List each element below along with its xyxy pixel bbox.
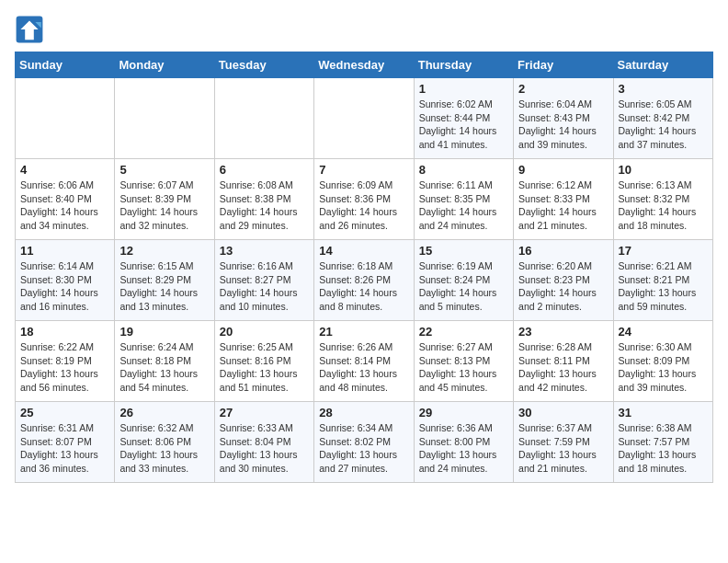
day-info: Sunrise: 6:28 AM Sunset: 8:11 PM Dayligh… [518, 340, 608, 395]
day-number: 9 [518, 163, 608, 177]
day-info: Sunrise: 6:25 AM Sunset: 8:16 PM Dayligh… [220, 340, 309, 395]
day-number: 13 [220, 244, 309, 258]
day-info: Sunrise: 6:34 AM Sunset: 8:02 PM Dayligh… [319, 421, 408, 476]
day-header-friday: Friday [514, 52, 613, 78]
day-info: Sunrise: 6:22 AM Sunset: 8:19 PM Dayligh… [20, 340, 109, 395]
day-number: 5 [119, 163, 209, 177]
day-cell: 9Sunrise: 6:12 AM Sunset: 8:33 PM Daylig… [514, 159, 613, 240]
week-row-1: 1Sunrise: 6:02 AM Sunset: 8:44 PM Daylig… [16, 78, 713, 159]
day-number: 26 [119, 406, 209, 419]
day-number: 22 [419, 325, 508, 339]
day-number: 11 [20, 244, 109, 258]
day-number: 21 [319, 325, 408, 339]
day-info: Sunrise: 6:08 AM Sunset: 8:38 PM Dayligh… [220, 178, 309, 233]
day-header-tuesday: Tuesday [214, 52, 313, 78]
day-number: 31 [619, 406, 708, 419]
day-info: Sunrise: 6:14 AM Sunset: 8:30 PM Dayligh… [20, 259, 109, 314]
day-number: 19 [119, 325, 209, 339]
day-cell: 18Sunrise: 6:22 AM Sunset: 8:19 PM Dayli… [16, 321, 115, 402]
day-info: Sunrise: 6:04 AM Sunset: 8:43 PM Dayligh… [518, 98, 608, 152]
day-info: Sunrise: 6:31 AM Sunset: 8:07 PM Dayligh… [20, 421, 109, 476]
day-header-thursday: Thursday [414, 52, 513, 78]
day-number: 20 [220, 325, 309, 339]
day-number: 24 [619, 325, 708, 339]
day-number: 3 [619, 82, 708, 96]
day-number: 6 [220, 163, 309, 177]
day-cell: 19Sunrise: 6:24 AM Sunset: 8:18 PM Dayli… [115, 321, 214, 402]
day-number: 18 [20, 325, 109, 339]
day-cell: 10Sunrise: 6:13 AM Sunset: 8:32 PM Dayli… [613, 159, 712, 240]
day-info: Sunrise: 6:18 AM Sunset: 8:26 PM Dayligh… [319, 259, 408, 314]
logo [15, 15, 48, 44]
day-cell: 13Sunrise: 6:16 AM Sunset: 8:27 PM Dayli… [214, 240, 313, 321]
day-number: 16 [518, 244, 608, 258]
day-cell: 27Sunrise: 6:33 AM Sunset: 8:04 PM Dayli… [214, 402, 313, 483]
day-cell: 6Sunrise: 6:08 AM Sunset: 8:38 PM Daylig… [214, 159, 313, 240]
day-info: Sunrise: 6:33 AM Sunset: 8:04 PM Dayligh… [220, 421, 309, 476]
day-number: 4 [20, 163, 109, 177]
logo-icon [15, 15, 44, 44]
day-cell: 24Sunrise: 6:30 AM Sunset: 8:09 PM Dayli… [613, 321, 712, 402]
days-header-row: SundayMondayTuesdayWednesdayThursdayFrid… [16, 52, 713, 78]
day-info: Sunrise: 6:09 AM Sunset: 8:36 PM Dayligh… [319, 178, 408, 233]
day-number: 28 [319, 406, 408, 419]
day-info: Sunrise: 6:07 AM Sunset: 8:39 PM Dayligh… [119, 178, 209, 233]
day-number: 2 [518, 82, 608, 96]
day-info: Sunrise: 6:26 AM Sunset: 8:14 PM Dayligh… [319, 340, 408, 395]
day-cell: 31Sunrise: 6:38 AM Sunset: 7:57 PM Dayli… [613, 402, 712, 483]
day-info: Sunrise: 6:16 AM Sunset: 8:27 PM Dayligh… [220, 259, 309, 314]
day-cell: 15Sunrise: 6:19 AM Sunset: 8:24 PM Dayli… [414, 240, 513, 321]
day-info: Sunrise: 6:12 AM Sunset: 8:33 PM Dayligh… [518, 178, 608, 233]
day-header-monday: Monday [115, 52, 214, 78]
day-info: Sunrise: 6:05 AM Sunset: 8:42 PM Dayligh… [619, 98, 708, 152]
day-info: Sunrise: 6:06 AM Sunset: 8:40 PM Dayligh… [20, 178, 109, 233]
day-cell: 3Sunrise: 6:05 AM Sunset: 8:42 PM Daylig… [613, 78, 712, 159]
day-info: Sunrise: 6:36 AM Sunset: 8:00 PM Dayligh… [419, 421, 508, 476]
week-row-3: 11Sunrise: 6:14 AM Sunset: 8:30 PM Dayli… [16, 240, 713, 321]
day-info: Sunrise: 6:13 AM Sunset: 8:32 PM Dayligh… [619, 178, 708, 233]
day-info: Sunrise: 6:11 AM Sunset: 8:35 PM Dayligh… [419, 178, 508, 233]
day-info: Sunrise: 6:19 AM Sunset: 8:24 PM Dayligh… [419, 259, 508, 314]
day-cell: 2Sunrise: 6:04 AM Sunset: 8:43 PM Daylig… [514, 78, 613, 159]
day-cell: 28Sunrise: 6:34 AM Sunset: 8:02 PM Dayli… [314, 402, 414, 483]
week-row-2: 4Sunrise: 6:06 AM Sunset: 8:40 PM Daylig… [16, 159, 713, 240]
day-number: 8 [419, 163, 508, 177]
day-cell [214, 78, 313, 159]
day-number: 15 [419, 244, 508, 258]
day-cell: 23Sunrise: 6:28 AM Sunset: 8:11 PM Dayli… [514, 321, 613, 402]
day-number: 25 [20, 406, 109, 419]
day-info: Sunrise: 6:38 AM Sunset: 7:57 PM Dayligh… [619, 421, 708, 476]
header [15, 15, 713, 44]
day-number: 30 [518, 406, 608, 419]
day-info: Sunrise: 6:15 AM Sunset: 8:29 PM Dayligh… [119, 259, 209, 314]
day-cell [314, 78, 414, 159]
day-info: Sunrise: 6:30 AM Sunset: 8:09 PM Dayligh… [619, 340, 708, 395]
day-cell: 30Sunrise: 6:37 AM Sunset: 7:59 PM Dayli… [514, 402, 613, 483]
day-cell: 7Sunrise: 6:09 AM Sunset: 8:36 PM Daylig… [314, 159, 414, 240]
day-cell: 5Sunrise: 6:07 AM Sunset: 8:39 PM Daylig… [115, 159, 214, 240]
day-info: Sunrise: 6:24 AM Sunset: 8:18 PM Dayligh… [119, 340, 209, 395]
day-number: 12 [119, 244, 209, 258]
day-header-sunday: Sunday [16, 52, 115, 78]
day-info: Sunrise: 6:02 AM Sunset: 8:44 PM Dayligh… [419, 98, 508, 152]
day-cell [16, 78, 115, 159]
day-info: Sunrise: 6:20 AM Sunset: 8:23 PM Dayligh… [518, 259, 608, 314]
day-info: Sunrise: 6:21 AM Sunset: 8:21 PM Dayligh… [619, 259, 708, 314]
week-row-5: 25Sunrise: 6:31 AM Sunset: 8:07 PM Dayli… [16, 402, 713, 483]
day-cell: 25Sunrise: 6:31 AM Sunset: 8:07 PM Dayli… [16, 402, 115, 483]
day-number: 1 [419, 82, 508, 96]
day-info: Sunrise: 6:32 AM Sunset: 8:06 PM Dayligh… [119, 421, 209, 476]
day-info: Sunrise: 6:27 AM Sunset: 8:13 PM Dayligh… [419, 340, 508, 395]
day-cell: 1Sunrise: 6:02 AM Sunset: 8:44 PM Daylig… [414, 78, 513, 159]
day-cell: 12Sunrise: 6:15 AM Sunset: 8:29 PM Dayli… [115, 240, 214, 321]
day-header-saturday: Saturday [613, 52, 712, 78]
day-cell [115, 78, 214, 159]
day-number: 10 [619, 163, 708, 177]
day-header-wednesday: Wednesday [314, 52, 414, 78]
calendar-table: SundayMondayTuesdayWednesdayThursdayFrid… [15, 52, 713, 483]
day-cell: 20Sunrise: 6:25 AM Sunset: 8:16 PM Dayli… [214, 321, 313, 402]
day-number: 29 [419, 406, 508, 419]
day-cell: 11Sunrise: 6:14 AM Sunset: 8:30 PM Dayli… [16, 240, 115, 321]
day-cell: 16Sunrise: 6:20 AM Sunset: 8:23 PM Dayli… [514, 240, 613, 321]
day-cell: 26Sunrise: 6:32 AM Sunset: 8:06 PM Dayli… [115, 402, 214, 483]
